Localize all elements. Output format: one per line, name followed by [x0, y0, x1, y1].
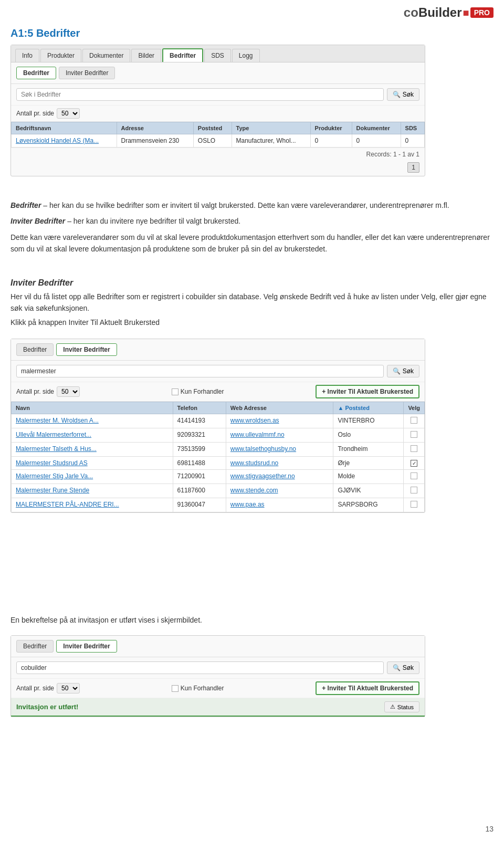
table-row: Malermester Studsrud AS 69811488 www.stu…	[12, 457, 425, 470]
sub-tab-inviter[interactable]: Inviter Bedrifter	[59, 67, 115, 79]
page-num-1[interactable]: 1	[407, 162, 419, 173]
tab-bilder[interactable]: Bilder	[131, 49, 161, 62]
cell2-navn[interactable]: Ullevål Malermesterforret...	[12, 428, 173, 443]
col-poststed[interactable]: Poststed	[193, 122, 232, 134]
kun-forhandler-checkbox[interactable]	[172, 388, 178, 395]
third-sub-tab-inviter[interactable]: Inviter Bedrifter	[56, 640, 117, 653]
cell2-velg[interactable]	[404, 414, 425, 428]
cell2-web[interactable]: www.wroldsen.as	[226, 414, 333, 428]
status-button[interactable]: ⚠ Status	[384, 701, 419, 712]
third-search-button[interactable]: 🔍 Søk	[387, 661, 419, 674]
tab-logg[interactable]: Logg	[232, 49, 260, 62]
second-search-input[interactable]	[16, 365, 384, 377]
col-sds[interactable]: SDS	[401, 122, 424, 134]
cell2-velg[interactable]	[404, 470, 425, 484]
col2-navn[interactable]: Navn	[12, 402, 173, 414]
cell2-poststed: SARPSBORG	[333, 498, 404, 512]
cell2-poststed: Oslo	[333, 428, 404, 443]
cell2-web[interactable]: www.talsethoghusby.no	[226, 443, 333, 457]
third-search-btn-label: Søk	[403, 664, 414, 671]
cell2-navn[interactable]: Malermester M. Wroldsen A...	[12, 414, 173, 428]
cell-poststed: OSLO	[193, 134, 232, 148]
col-type[interactable]: Type	[232, 122, 310, 134]
cell2-telefon: 41414193	[173, 414, 226, 428]
third-per-page-label: Antall pr. side	[16, 685, 54, 692]
cell2-navn[interactable]: Malermester Studsrud AS	[12, 457, 173, 470]
confirm-text: En bekreftelse på at invitasjon er utfør…	[10, 614, 494, 626]
cell2-velg[interactable]	[404, 443, 425, 457]
records-info: Records: 1 - 1 av 1	[11, 148, 425, 161]
tab-bedrifter[interactable]: Bedrifter	[162, 48, 203, 62]
table-row: Malermester Rune Stende 61187600 www.ste…	[12, 484, 425, 498]
table-row: Malermester M. Wroldsen A... 41414193 ww…	[12, 414, 425, 428]
second-search-button[interactable]: 🔍 Søk	[387, 365, 419, 377]
cell2-velg[interactable]: ✓	[404, 457, 425, 470]
cell2-telefon: 61187600	[173, 484, 226, 498]
tab-bar: Info Produkter Dokumenter Bilder Bedrift…	[11, 45, 425, 62]
cell2-velg[interactable]	[404, 498, 425, 512]
cell2-web[interactable]: www.stigvaagsether.no	[226, 470, 333, 484]
col-adresse[interactable]: Adresse	[117, 122, 193, 134]
cell2-navn[interactable]: Malermester Talseth & Hus...	[12, 443, 173, 457]
third-search-input[interactable]	[16, 661, 384, 674]
third-per-page-select[interactable]: 50	[57, 683, 80, 693]
cell2-poststed: Trondheim	[333, 443, 404, 457]
cell2-telefon: 73513599	[173, 443, 226, 457]
cell2-velg[interactable]	[404, 484, 425, 498]
sub-tab-bedrifter[interactable]: Bedrifter	[16, 67, 56, 79]
search-bar: 🔍 Søk	[11, 84, 425, 106]
col2-poststed[interactable]: ▲ Poststed	[333, 402, 404, 414]
cell-produkter: 0	[310, 134, 352, 148]
second-sub-tab-inviter[interactable]: Inviter Bedrifter	[56, 343, 117, 356]
col-bedriftsnavn[interactable]: Bedriftsnavn	[12, 122, 117, 134]
third-kun-forhandler-checkbox[interactable]	[172, 685, 178, 692]
second-per-page-bar: Antall pr. side 50 Kun Forhandler + Invi…	[11, 382, 425, 402]
col2-velg[interactable]: Velg	[404, 402, 425, 414]
inviter-text2: Klikk på knappen Inviter Til Aktuelt Bru…	[10, 317, 494, 328]
cell2-telefon: 91360047	[173, 498, 226, 512]
table-row: Ullevål Malermesterforret... 92093321 ww…	[12, 428, 425, 443]
cell2-telefon: 71200901	[173, 470, 226, 484]
cell-dokumenter: 0	[352, 134, 401, 148]
cell2-poststed: Molde	[333, 470, 404, 484]
cell2-web[interactable]: www.ullevalmmf.no	[226, 428, 333, 443]
cell2-web[interactable]: www.studsrud.no	[226, 457, 333, 470]
second-search-btn-label: Søk	[403, 367, 414, 375]
tab-sds[interactable]: SDS	[204, 49, 231, 62]
cell2-web[interactable]: www.pae.as	[226, 498, 333, 512]
per-page-select[interactable]: 50	[57, 108, 80, 119]
cell2-web[interactable]: www.stende.com	[226, 484, 333, 498]
second-search-icon: 🔍	[393, 367, 401, 375]
col-dokumenter[interactable]: Dokumenter	[352, 122, 401, 134]
col2-web[interactable]: Web Adresse	[226, 402, 333, 414]
third-invite-btn[interactable]: + Inviter Til Aktuelt Brukersted	[316, 681, 419, 695]
logo-bullet: ■	[463, 7, 469, 19]
per-page-bar: Antall pr. side 50	[11, 106, 425, 122]
cell-sds: 0	[401, 134, 424, 148]
col2-telefon[interactable]: Telefon	[173, 402, 226, 414]
cell2-navn[interactable]: Malermester Stig Jarle Va...	[12, 470, 173, 484]
tab-produkter[interactable]: Produkter	[40, 49, 81, 62]
second-per-page-select[interactable]: 50	[57, 386, 80, 397]
cell2-navn[interactable]: MALERMESTER PÅL-ANDRE ERI...	[12, 498, 173, 512]
search-button[interactable]: 🔍 Søk	[387, 88, 419, 101]
cell2-velg[interactable]	[404, 428, 425, 443]
cell2-navn[interactable]: Malermester Rune Stende	[12, 484, 173, 498]
col-produkter[interactable]: Produkter	[310, 122, 352, 134]
search-input[interactable]	[16, 88, 384, 101]
inviter-table: Navn Telefon Web Adresse ▲ Poststed Velg…	[11, 402, 425, 512]
invite-btn[interactable]: + Inviter Til Aktuelt Brukersted	[316, 385, 419, 398]
tab-info[interactable]: Info	[15, 49, 39, 62]
search-btn-label: Søk	[403, 91, 414, 98]
third-per-page-bar: Antall pr. side 50 Kun Forhandler + Invi…	[11, 679, 425, 698]
cell-bedriftsnavn[interactable]: Løvenskiold Handel AS (Ma...	[12, 134, 117, 148]
tab-dokumenter[interactable]: Dokumenter	[82, 49, 130, 62]
cell2-telefon: 92093321	[173, 428, 226, 443]
third-sub-tab-bedrifter[interactable]: Bedrifter	[16, 640, 54, 653]
cell2-poststed: GJØVIK	[333, 484, 404, 498]
table-row: MALERMESTER PÅL-ANDRE ERI... 91360047 ww…	[12, 498, 425, 512]
page-title: A1:5 Bedrifter	[10, 27, 80, 39]
second-sub-tab-bedrifter[interactable]: Bedrifter	[16, 343, 54, 356]
inviter-heading: Inviter Bedrifter	[10, 278, 494, 288]
third-search-bar: 🔍 Søk	[11, 657, 425, 679]
